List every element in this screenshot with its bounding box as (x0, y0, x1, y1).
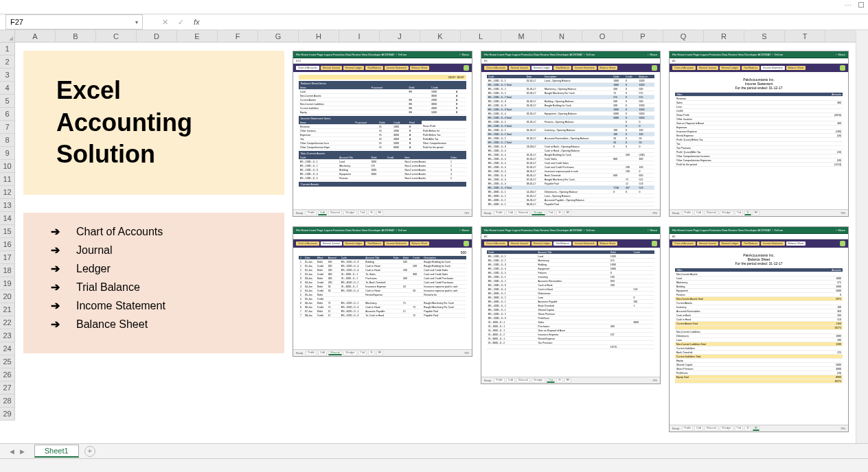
column-header[interactable]: K (420, 30, 461, 42)
column-header[interactable]: R (704, 30, 744, 42)
column-header[interactable]: G (258, 30, 299, 42)
arrow-icon: ➔ (51, 299, 60, 312)
title-line-3: Solution (56, 139, 284, 171)
row-header[interactable]: 16 (0, 238, 14, 251)
row-header[interactable]: 13 (0, 199, 14, 212)
row-header[interactable]: 24 (0, 342, 14, 355)
maximize-icon[interactable] (858, 2, 864, 8)
name-box-value: F27 (10, 18, 23, 26)
row-header[interactable]: 4 (0, 82, 14, 95)
sheet-tabs: ◄► Sheet1 + (0, 443, 868, 458)
fx-icon[interactable]: fx (194, 18, 200, 26)
title-line-1: Excel (56, 75, 284, 107)
list-item: ➔Ledger (51, 262, 257, 275)
add-sheet-button[interactable]: + (84, 446, 95, 457)
arrow-icon: ➔ (51, 262, 60, 275)
arrow-icon: ➔ (51, 281, 60, 294)
chevron-down-icon[interactable]: ▾ (135, 19, 138, 25)
row-header[interactable]: 26 (0, 368, 14, 381)
list-item: ➔Journal (51, 244, 257, 257)
select-all-corner[interactable] (0, 30, 15, 43)
row-header[interactable]: 15 (0, 225, 14, 238)
formula-input[interactable] (200, 14, 868, 30)
sheet-nav[interactable]: ◄► (8, 447, 26, 456)
row-header[interactable]: 27 (0, 381, 14, 394)
list-item: ➔Income Statement (51, 299, 257, 312)
column-header[interactable]: F (218, 30, 258, 42)
formula-controls: ✕ ✓ fx (162, 18, 200, 27)
row-header[interactable]: 7 (0, 121, 14, 134)
column-header[interactable]: J (380, 30, 420, 42)
row-header[interactable]: 20 (0, 290, 14, 303)
row-header[interactable]: 12 (0, 186, 14, 199)
sheet-tab-active[interactable]: Sheet1 (34, 445, 79, 458)
row-header[interactable]: 25 (0, 355, 14, 368)
title-block: Excel Accounting Solution (23, 51, 284, 195)
status-bar (0, 458, 868, 472)
row-header[interactable]: 21 (0, 303, 14, 316)
row-header[interactable]: 8 (0, 134, 14, 147)
thumbnail-income-statement: File Home Insert Page Layout Formulas Da… (669, 51, 849, 217)
column-header[interactable]: B (56, 30, 96, 42)
column-header[interactable]: M (501, 30, 542, 42)
column-header[interactable]: O (582, 30, 623, 42)
row-header[interactable]: 1 (0, 43, 14, 56)
accept-icon[interactable]: ✓ (178, 18, 184, 27)
column-header[interactable]: S (744, 30, 785, 42)
column-header[interactable]: P (623, 30, 663, 42)
row-header[interactable]: 11 (0, 173, 14, 186)
column-header[interactable]: A (15, 30, 56, 42)
arrow-icon: ➔ (51, 318, 60, 331)
name-box[interactable]: F27 ▾ (5, 14, 143, 30)
row-header[interactable]: 3 (0, 69, 14, 82)
column-header[interactable]: E (177, 30, 218, 42)
row-header[interactable]: 9 (0, 147, 14, 160)
column-headers[interactable]: ABCDEFGHIJKLMNOPQRST (15, 30, 856, 43)
row-header[interactable]: 10 (0, 160, 14, 173)
row-header[interactable]: 5 (0, 95, 14, 108)
more-icon[interactable]: ⋯ (845, 1, 852, 9)
row-header[interactable]: 28 (0, 394, 14, 408)
column-header[interactable]: N (542, 30, 582, 42)
column-header[interactable]: L (461, 30, 501, 42)
row-header[interactable]: 29 (0, 408, 14, 421)
vertical-scrollbar[interactable] (856, 30, 868, 443)
arrow-icon: ➔ (51, 225, 60, 238)
list-item: ➔Trial Balance (51, 281, 257, 294)
worksheet-grid[interactable]: Excel Accounting Solution ➔Chart of Acco… (15, 43, 856, 443)
row-header[interactable]: 22 (0, 316, 14, 329)
thumbnail-chart-of-accounts: File Home Insert Page Layout Formulas Da… (293, 51, 472, 217)
thumbnail-general-ledger: File Home Insert Page Layout Formulas Da… (481, 51, 661, 217)
list-item: ➔Chart of Accounts (51, 225, 257, 238)
row-header[interactable]: 14 (0, 212, 14, 225)
column-header[interactable]: T (785, 30, 825, 42)
list-item: ➔Balance Sheet (51, 318, 257, 331)
column-header[interactable]: D (137, 30, 177, 42)
row-header[interactable]: 6 (0, 108, 14, 121)
row-header[interactable]: 2 (0, 56, 14, 69)
row-header[interactable]: 23 (0, 329, 14, 342)
thumbnail-trial-balance: File Home Insert Page Layout Formulas Da… (481, 226, 661, 384)
row-header[interactable]: 19 (0, 277, 14, 290)
column-header[interactable]: Q (663, 30, 704, 42)
window-controls: ⋯ (845, 0, 864, 10)
row-header[interactable]: 17 (0, 251, 14, 264)
column-header[interactable]: C (96, 30, 137, 42)
feature-list: ➔Chart of Accounts➔Journal➔Ledger➔Trial … (23, 213, 284, 353)
thumbnail-general-journal: File Home Insert Page Layout Formulas Da… (293, 226, 472, 357)
column-header[interactable]: H (299, 30, 339, 42)
thumbnail-balance-sheet: File Home Insert Page Layout Formulas Da… (669, 226, 849, 432)
column-header[interactable]: I (339, 30, 380, 42)
row-header[interactable]: 18 (0, 264, 14, 277)
cancel-icon[interactable]: ✕ (162, 18, 168, 27)
arrow-icon: ➔ (51, 244, 60, 257)
title-line-2: Accounting (56, 107, 284, 139)
formula-bar: F27 ▾ ✕ ✓ fx (0, 14, 868, 30)
row-headers[interactable]: 1234567891011121314151617181920212223242… (0, 43, 15, 421)
